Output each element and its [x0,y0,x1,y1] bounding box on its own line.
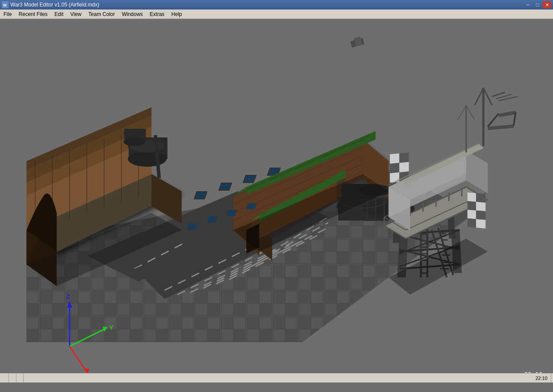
menu-file[interactable]: File [0,9,15,19]
svg-rect-179 [476,210,486,220]
app-icon: W [2,1,9,8]
svg-rect-177 [476,202,486,211]
menu-windows[interactable]: Windows [118,9,146,19]
menu-help[interactable]: Help [168,9,186,19]
menubar: File Recent Files Edit View Team Color W… [0,9,553,19]
menu-team-color[interactable]: Team Color [85,9,118,19]
statusbar: 22:10 [0,373,553,383]
svg-point-62 [124,137,145,146]
minimize-button[interactable]: ─ [524,1,532,8]
svg-rect-178 [467,210,476,219]
titlebar-controls: ─ □ ✕ [524,1,551,8]
svg-text:Z: Z [66,293,70,300]
close-button[interactable]: ✕ [543,1,551,8]
titlebar: W War3 Model Editor v1.05 (Airfield.mdx)… [0,0,553,9]
svg-rect-167 [390,153,399,164]
svg-rect-180 [467,218,476,228]
titlebar-left: W War3 Model Editor v1.05 (Airfield.mdx) [2,1,99,8]
menu-edit[interactable]: Edit [51,9,67,19]
status-segment-1 [2,373,9,383]
svg-text:W: W [3,3,7,7]
menu-extras[interactable]: Extras [146,9,168,19]
menu-view[interactable]: View [67,9,85,19]
svg-point-58 [128,151,167,167]
viewport[interactable]: Z Y X 22:10 22:10 [0,19,553,383]
status-segment-3 [16,373,24,383]
svg-text:Y: Y [109,324,114,331]
titlebar-title: War3 Model Editor v1.05 (Airfield.mdx) [10,2,99,8]
svg-rect-176 [467,201,476,211]
svg-rect-175 [476,193,486,203]
menu-recent-files[interactable]: Recent Files [15,9,51,19]
svg-rect-181 [476,219,486,228]
scene-canvas: Z Y X 22:10 [0,19,553,383]
svg-rect-169 [390,163,399,173]
svg-rect-168 [399,152,409,163]
status-time: 22:10 [532,373,551,383]
svg-rect-170 [399,162,409,172]
svg-rect-174 [467,193,476,202]
status-segment-2 [9,373,16,383]
svg-rect-171 [390,172,399,183]
maximize-button[interactable]: □ [533,1,542,8]
